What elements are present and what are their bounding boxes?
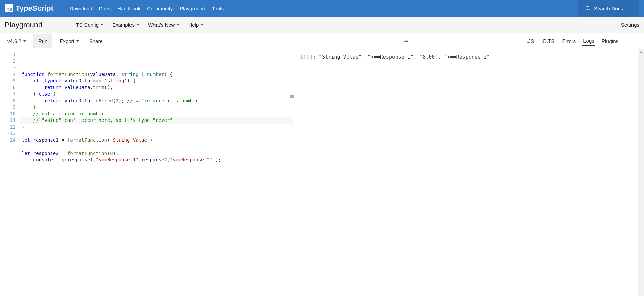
line-number: 2 — [0, 58, 16, 65]
code-editor[interactable]: function formatFunction(valueData: strin… — [19, 49, 294, 296]
line-number: 13 — [0, 130, 16, 137]
chevron-down-icon — [201, 24, 204, 26]
chevron-down-icon — [137, 24, 139, 26]
search-icon — [585, 6, 591, 11]
subnav-what-s-new[interactable]: What's New — [148, 22, 180, 28]
scroll-up-icon[interactable] — [638, 49, 644, 55]
line-number: 1 — [0, 51, 16, 58]
chevron-down-icon — [23, 40, 26, 42]
output-tabs: .JS.D.TSErrorsLogsPlugins — [526, 33, 619, 49]
nav-link-download[interactable]: Download — [70, 6, 92, 11]
main-area: 1234567891011121314 function formatFunct… — [0, 49, 644, 296]
output-tab-logs[interactable]: Logs — [582, 36, 595, 46]
export-dropdown[interactable]: Export — [57, 35, 81, 47]
nav-link-handbook[interactable]: Handbook — [117, 6, 140, 11]
share-button[interactable]: Share — [85, 34, 108, 48]
line-number: 9 — [0, 104, 16, 111]
chevron-down-icon — [76, 40, 79, 42]
chevron-down-icon — [177, 24, 180, 26]
code-line[interactable]: function formatFunction(valueData: strin… — [22, 71, 294, 78]
subnav-examples[interactable]: Examples — [112, 22, 139, 28]
line-number: 10 — [0, 111, 16, 117]
subnav-ts-config[interactable]: TS Config — [76, 22, 103, 28]
version-dropdown[interactable]: v4.6.2 — [5, 35, 29, 47]
editor-toolbar: v4.6.2 Run Export Share ⇥ .JS.D.TSErrors… — [0, 33, 644, 49]
subnav-help[interactable]: Help — [188, 22, 204, 28]
nav-link-playground[interactable]: Playground — [180, 6, 205, 11]
sub-nav: Playground TS ConfigExamplesWhat's NewHe… — [0, 17, 644, 33]
output-tab-plugins[interactable]: Plugins — [601, 37, 619, 45]
nav-link-docs[interactable]: Docs — [99, 6, 111, 11]
code-line[interactable]: return valueData.trim(); — [22, 84, 294, 91]
code-line[interactable]: } — [22, 104, 294, 111]
top-nav: TS TypeScript DownloadDocsHandbookCommun… — [0, 0, 644, 17]
code-line[interactable]: } else { — [22, 91, 294, 98]
svg-line-1 — [589, 9, 590, 10]
code-line[interactable] — [22, 143, 294, 150]
logo-icon: TS — [5, 4, 13, 12]
code-line[interactable]: return valueData.toFixed(2); // we're su… — [22, 98, 294, 104]
line-number: 7 — [0, 91, 16, 98]
line-number: 4 — [0, 71, 16, 78]
nav-link-community[interactable]: Community — [147, 6, 173, 11]
output-tab-dts[interactable]: .D.TS — [541, 37, 555, 45]
run-button[interactable]: Run — [33, 34, 52, 48]
settings-link[interactable]: Settings — [621, 22, 639, 28]
nav-link-tools[interactable]: Tools — [212, 6, 224, 11]
search-placeholder: Search Docs — [594, 6, 623, 11]
code-line[interactable]: // not a string or number — [22, 111, 294, 117]
log-line: : "String Value", "<==Response 1", "8.00… — [313, 54, 490, 60]
line-number: 8 — [0, 98, 16, 104]
minimap-indicator — [290, 95, 294, 98]
line-gutter: 1234567891011121314 — [0, 49, 19, 296]
scrollbar[interactable] — [638, 49, 644, 296]
line-number: 11 — [0, 117, 16, 124]
sub-nav-links: TS ConfigExamplesWhat's NewHelp — [76, 22, 204, 28]
code-line[interactable]: } — [22, 124, 294, 131]
output-tab-js[interactable]: .JS — [526, 37, 535, 45]
output-pane: [LOG]: "String Value", "<==Response 1", … — [294, 49, 644, 296]
editor-pane[interactable]: 1234567891011121314 function formatFunct… — [0, 49, 294, 296]
code-line[interactable]: console.log(response1,"<==Response 1",re… — [22, 157, 294, 163]
code-line[interactable] — [22, 130, 294, 137]
line-number: 3 — [0, 64, 16, 71]
search-docs[interactable]: Search Docs — [578, 0, 639, 17]
collapse-arrow-icon[interactable]: ⇥ — [401, 38, 411, 44]
top-nav-links: DownloadDocsHandbookCommunityPlaygroundT… — [70, 6, 224, 11]
log-prefix: [LOG] — [297, 54, 313, 60]
export-label: Export — [59, 38, 74, 44]
brand-name: TypeScript — [16, 4, 53, 13]
line-number: 14 — [0, 137, 16, 144]
output-tab-errors[interactable]: Errors — [561, 37, 576, 45]
version-label: v4.6.2 — [7, 38, 21, 44]
code-line[interactable]: let response1 = formatFunction("String V… — [22, 137, 294, 144]
code-line[interactable]: // "value" can't occur here, so it's typ… — [22, 117, 294, 124]
page-title: Playground — [5, 21, 42, 29]
line-number: 12 — [0, 124, 16, 131]
code-line[interactable]: if (typeof valueData === 'string') { — [22, 78, 294, 84]
line-number: 5 — [0, 78, 16, 84]
line-number: 6 — [0, 84, 16, 91]
output-body[interactable]: [LOG]: "String Value", "<==Response 1", … — [294, 49, 644, 296]
code-line[interactable]: let response2 = formatFunction(8); — [22, 150, 294, 157]
chevron-down-icon — [101, 24, 103, 26]
svg-point-0 — [586, 6, 589, 9]
logo[interactable]: TS TypeScript — [5, 4, 53, 13]
